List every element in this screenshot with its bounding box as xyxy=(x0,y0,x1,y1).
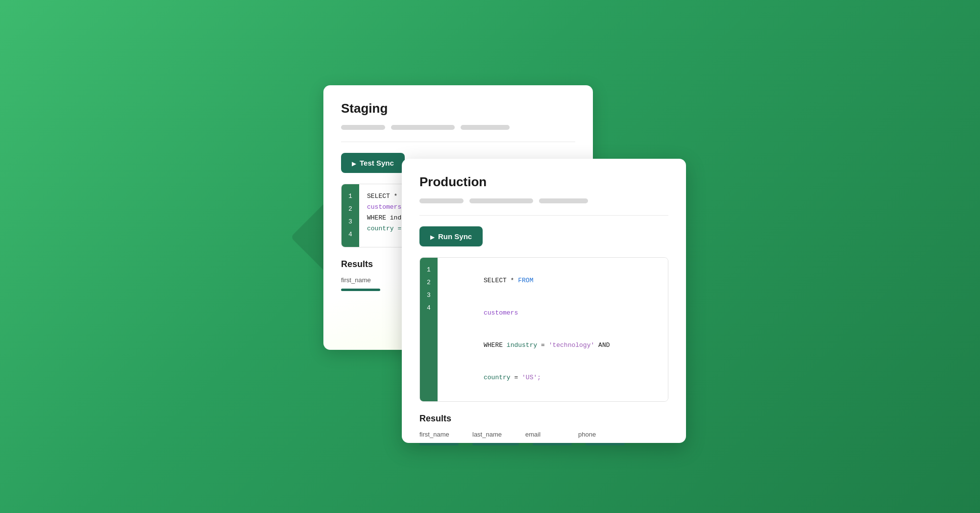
prod-code-line-4: country = 'US'; xyxy=(445,362,660,394)
prod-code-line-3: WHERE industry = 'technology' AND xyxy=(445,329,660,362)
prod-col-first-name: first_name xyxy=(419,431,459,438)
staging-placeholder-bars xyxy=(341,125,575,130)
prod-code-line-1: SELECT * FROM xyxy=(445,265,660,297)
placeholder-bar-1 xyxy=(341,125,385,130)
staging-divider xyxy=(341,142,575,142)
prod-result-bar-1 xyxy=(419,443,459,445)
production-title: Production xyxy=(419,174,668,190)
play-icon xyxy=(352,159,356,167)
placeholder-bar-2 xyxy=(391,125,455,130)
production-result-bars xyxy=(419,443,668,445)
staging-result-bar-1 xyxy=(341,289,380,291)
production-divider xyxy=(419,215,668,216)
placeholder-bar-3 xyxy=(461,125,510,130)
staging-title: Staging xyxy=(341,101,575,116)
prod-placeholder-bar-3 xyxy=(539,198,588,203)
prod-placeholder-bar-1 xyxy=(419,198,464,203)
run-sync-label: Run Sync xyxy=(438,232,472,241)
prod-result-bar-4 xyxy=(586,443,625,445)
production-code-content: SELECT * FROM customers WHERE industry =… xyxy=(438,258,668,401)
test-sync-button[interactable]: Test Sync xyxy=(341,153,405,173)
run-play-icon xyxy=(430,232,434,241)
run-sync-button[interactable]: Run Sync xyxy=(419,226,483,246)
production-line-numbers: 1 2 3 4 xyxy=(420,258,438,401)
staging-line-numbers: 1 2 3 4 xyxy=(342,184,359,247)
prod-col-last-name: last_name xyxy=(472,431,512,438)
production-results-title: Results xyxy=(419,414,668,424)
scene: Staging Test Sync 1 2 3 4 SELECT * F cus… xyxy=(304,71,676,443)
prod-result-bar-2 xyxy=(472,443,519,445)
production-code-block: 1 2 3 4 SELECT * FROM customers WHERE in… xyxy=(419,257,668,402)
production-results-section: Results first_name last_name email phone xyxy=(419,414,668,445)
production-results-columns: first_name last_name email phone xyxy=(419,431,668,438)
prod-placeholder-bar-2 xyxy=(469,198,533,203)
prod-code-line-2: customers xyxy=(445,297,660,329)
production-placeholder-bars xyxy=(419,198,668,203)
prod-col-phone: phone xyxy=(578,431,617,438)
production-card: Production Run Sync 1 2 3 4 SELECT * FRO… xyxy=(402,159,686,443)
staging-col-first-name: first_name xyxy=(341,276,380,284)
prod-result-bar-3 xyxy=(533,443,572,445)
prod-col-email: email xyxy=(525,431,564,438)
test-sync-label: Test Sync xyxy=(360,159,394,167)
